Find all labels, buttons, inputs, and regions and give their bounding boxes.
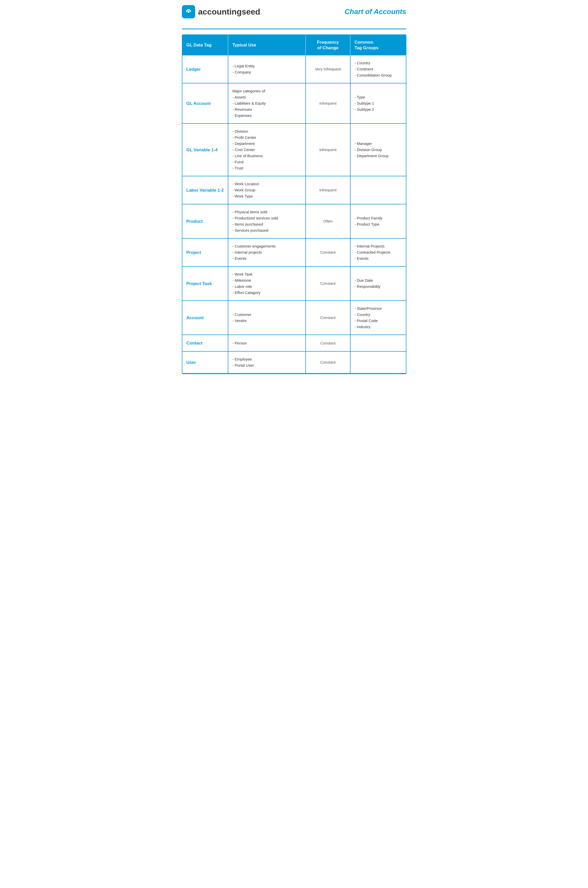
svg-point-1 (188, 11, 189, 13)
cell-tag-6: Project Task (182, 266, 228, 301)
cell-common-tags-0: - Country - Continent - Consolidation Gr… (350, 56, 406, 83)
col-header-typical-use: Typical Use (228, 35, 306, 56)
cell-common-tags-7: - State/Province - Country - Postal Code… (350, 301, 406, 335)
cell-frequency-9: Constant (306, 351, 350, 374)
cell-tag-2: GL Variable 1-4 (182, 123, 228, 176)
cell-frequency-5: Constant (306, 238, 350, 266)
table-row: Labor Variable 1-2- Work Location - Work… (182, 176, 406, 204)
table-row: GL Variable 1-4- Division - Profit Cente… (182, 123, 406, 176)
header-divider (182, 28, 406, 29)
cell-tag-9: User (182, 351, 228, 374)
chart-title: Chart of Accounts (345, 8, 406, 16)
cell-frequency-8: Constant (306, 335, 350, 351)
gl-data-table: GL Data Tag Typical Use Frequencyof Chan… (182, 35, 406, 374)
cell-common-tags-1: - Type - Subtype 1 - Subtype 2 (350, 83, 406, 123)
cell-tag-1: GL Account (182, 83, 228, 123)
cell-common-tags-4: - Product Family - Product Type (350, 204, 406, 238)
cell-frequency-3: Infrequent (306, 176, 350, 204)
main-table-container: GL Data Tag Typical Use Frequencyof Chan… (182, 34, 406, 374)
table-row: Ledger- Legal Entity - CompanyVery Infre… (182, 56, 406, 83)
cell-use-1: Major categories of: - Assets - Liabilit… (228, 83, 306, 123)
cell-frequency-7: Constant (306, 301, 350, 335)
col-header-gl-data-tag: GL Data Tag (182, 35, 228, 56)
table-row: User- Employee - Portal UserConstant (182, 351, 406, 374)
logo-suffix: seed (242, 7, 260, 16)
header: accountingseed Chart of Accounts (182, 5, 406, 29)
cell-tag-7: Account (182, 301, 228, 335)
cell-use-8: - Person (228, 335, 306, 351)
logo-area: accountingseed (182, 5, 261, 18)
cell-frequency-0: Very Infrequent (306, 56, 350, 83)
cell-tag-0: Ledger (182, 56, 228, 83)
cell-tag-3: Labor Variable 1-2 (182, 176, 228, 204)
cell-use-6: - Work Task - Milestone - Labor role - E… (228, 266, 306, 301)
col-header-common-tags: CommonTag Groups (350, 35, 406, 56)
cell-use-3: - Work Location - Work Group - Work Type (228, 176, 306, 204)
cell-frequency-1: Infrequent (306, 83, 350, 123)
cell-use-5: - Customer engagements - Internal projec… (228, 238, 306, 266)
cell-tag-5: Project (182, 238, 228, 266)
cell-use-0: - Legal Entity - Company (228, 56, 306, 83)
logo-prefix: accounting (198, 7, 242, 16)
cell-common-tags-8 (350, 335, 406, 351)
cell-frequency-2: Infrequent (306, 123, 350, 176)
table-header-row: GL Data Tag Typical Use Frequencyof Chan… (182, 35, 406, 56)
cell-tag-8: Contact (182, 335, 228, 351)
cell-frequency-6: Constant (306, 266, 350, 301)
logo-icon (182, 5, 195, 18)
cell-common-tags-2: - Manager - Division Group - Department … (350, 123, 406, 176)
cell-common-tags-6: - Due Date - Responsibility (350, 266, 406, 301)
cell-use-9: - Employee - Portal User (228, 351, 306, 374)
table-row: Account- Customer - VendorConstant- Stat… (182, 301, 406, 335)
table-row: Project Task- Work Task - Milestone - La… (182, 266, 406, 301)
cell-frequency-4: Often (306, 204, 350, 238)
cell-use-7: - Customer - Vendor (228, 301, 306, 335)
table-row: Contact- PersonConstant (182, 335, 406, 351)
cell-common-tags-9 (350, 351, 406, 374)
cell-common-tags-5: - Internal Projects - Contracted Project… (350, 238, 406, 266)
col-header-frequency: Frequencyof Change (306, 35, 350, 56)
logo-text: accountingseed (198, 7, 261, 16)
table-row: GL AccountMajor categories of: - Assets … (182, 83, 406, 123)
cell-common-tags-3 (350, 176, 406, 204)
table-row: Product- Physical items sold - Productiz… (182, 204, 406, 238)
cell-use-2: - Division - Profit Center - Department … (228, 123, 306, 176)
cell-use-4: - Physical items sold - Productized serv… (228, 204, 306, 238)
table-row: Project- Customer engagements - Internal… (182, 238, 406, 266)
cell-tag-4: Product (182, 204, 228, 238)
